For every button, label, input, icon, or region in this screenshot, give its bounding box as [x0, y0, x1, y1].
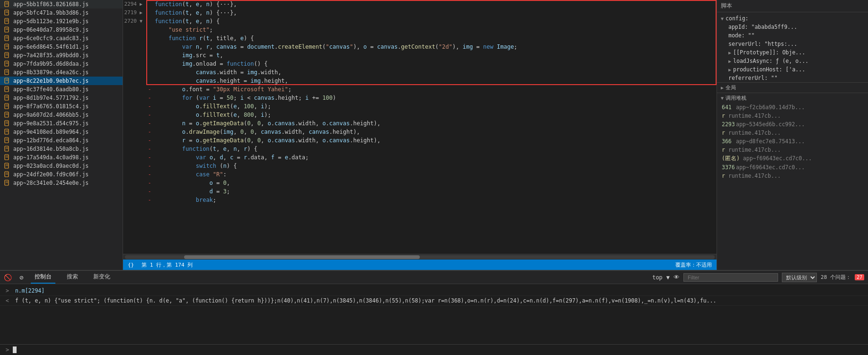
scrollbar-thumb[interactable] [184, 255, 420, 259]
diff-indicator: - [146, 136, 153, 145]
filter-input[interactable] [683, 273, 778, 282]
call-stack-item[interactable]: r runtime.417cb... [717, 172, 868, 180]
file-item[interactable]: app~16d3814e.b50a8cb.js [0, 145, 123, 153]
file-name: app~5bb1f863.8261688.js [13, 1, 89, 8]
file-item[interactable]: app~9e8a2531.d54c975.js [0, 119, 123, 128]
line-number: 2294 [123, 0, 140, 9]
tree-appId[interactable]: appId: "ababda5ff9... [717, 23, 868, 31]
eye-icon[interactable]: 👁 [673, 274, 680, 281]
code-line: - o = 0, [123, 179, 717, 187]
level-select[interactable]: 默认级别 [782, 273, 817, 282]
expand-arrow[interactable]: ▼ [140, 17, 146, 26]
tree-config-root[interactable]: ▼ config: [717, 14, 868, 23]
console-icon-clear[interactable]: 🚫 [4, 274, 12, 281]
tree-prototype[interactable]: ▶ [[Prototype]]: Obje... [717, 48, 868, 57]
diff-indicator: - [146, 102, 153, 111]
right-panel-header: 脚本 [717, 0, 868, 12]
file-item[interactable]: app~7a428f35.a99bdd0.js [0, 51, 123, 60]
call-num: 366 [722, 138, 736, 145]
tree-arrow-config: ▼ [721, 16, 724, 21]
file-name: app~8c22e1b0.9ebb7ec.js [13, 78, 89, 84]
call-file: app~f69643ec.cd7c0... [736, 164, 805, 171]
file-item[interactable]: app~6e6d8645.54f61d1.js [0, 43, 123, 51]
line-code: break; [153, 196, 717, 204]
line-number: 2719 [123, 9, 140, 17]
tree-loadJsAsync-val: loadJsAsync: ƒ (e, o... [733, 58, 808, 64]
tree-productionHost[interactable]: ▶ productionHost: ['a... [717, 65, 868, 74]
bracket-icon: {} [128, 262, 134, 268]
file-name: app~8b33879e.d4ea26c.js [13, 69, 89, 76]
code-line: - o.drawImage(img, 0, 0, canvas.width, c… [123, 128, 717, 136]
file-name: app~9a607d2d.4066bb5.js [13, 112, 89, 118]
tab-search[interactable]: 搜索 [63, 271, 82, 284]
tree-mode[interactable]: mode: "" [717, 31, 868, 40]
line-code: "use strict"; [153, 26, 717, 34]
file-name: app~28c341e0.2454e0e.js [13, 180, 89, 186]
call-num: 641 [722, 104, 736, 111]
tab-console[interactable]: 控制台 [31, 271, 55, 284]
call-stack-item[interactable]: r runtime.417cb... [717, 129, 868, 137]
callstack-label: 调用堆栈 [726, 95, 746, 102]
diff-indicator: - [146, 85, 153, 94]
code-line: img.src = t, [123, 51, 717, 60]
line-code: d = 3; [153, 187, 717, 196]
file-item[interactable]: app~9a607d2d.4066bb5.js [0, 111, 123, 119]
file-item[interactable]: app~6ce0cfc9.caadc83.js [0, 34, 123, 43]
horizontal-scrollbar[interactable] [123, 254, 717, 260]
console-input-line[interactable]: > [0, 344, 868, 355]
line-code: case "R": [153, 170, 717, 179]
file-name: app~9e4108ed.b89e964.js [13, 129, 89, 135]
file-item[interactable]: app~5bb1f863.8261688.js [0, 0, 123, 9]
file-item[interactable]: app~28c341e0.2454e0e.js [0, 179, 123, 187]
line-code: o.drawImage(img, 0, 0, canvas.width, can… [153, 128, 717, 136]
file-item[interactable]: app~9e4108ed.b89e964.js [0, 128, 123, 136]
top-label: top [652, 274, 663, 281]
file-item[interactable]: app~12bd776d.edca864.js [0, 136, 123, 145]
call-file: runtime.417cb... [728, 113, 781, 119]
file-item[interactable]: app~8d1b97e4.5771792.js [0, 94, 123, 102]
code-line: - switch (n) { [123, 162, 717, 170]
expand-arrow[interactable]: ▶ [140, 9, 146, 17]
console-input-prompt: > [6, 346, 9, 353]
file-item[interactable]: app~8c37fe40.6aadb80.js [0, 85, 123, 94]
call-stack-item[interactable]: 3376app~f69643ec.cd7c0... [717, 163, 868, 172]
file-item[interactable]: app~5db1123e.1921e9b.js [0, 17, 123, 26]
file-item[interactable]: app~5bfc471a.9bb3d86.js [0, 9, 123, 17]
top-dropdown-arrow[interactable]: ▼ [666, 274, 670, 281]
file-item[interactable]: app~8b33879e.d4ea26c.js [0, 68, 123, 77]
file-item[interactable]: app~8f7a6765.01815c4.js [0, 102, 123, 111]
console-icon-block[interactable]: ⊘ [19, 274, 23, 281]
file-item[interactable]: app~023a0acd.09aec0d.js [0, 162, 123, 170]
expand-arrow[interactable]: ▶ [140, 0, 146, 9]
tree-serverUrl[interactable]: serverUrl: "https:... [717, 40, 868, 48]
code-line: "use strict"; [123, 26, 717, 34]
tab-changes[interactable]: 新变化 [89, 271, 114, 284]
diff-indicator: - [146, 119, 153, 128]
console-area: 🚫 ⊘ 控制台 搜索 新变化 top ▼ 👁 默认级别 28 个问题： 27 >… [0, 270, 868, 355]
file-name: app~17a549da.4c0ad98.js [13, 154, 89, 161]
call-stack-item[interactable]: r runtime.417cb... [717, 112, 868, 120]
tree-referrerUrl[interactable]: referrerUrl: "" [717, 74, 868, 82]
code-panel: 2294▶function(t, e, n) {···},2719▶functi… [123, 0, 717, 254]
call-stack-item[interactable]: (匿名) app~f69643ec.cd7c0... [717, 154, 868, 163]
call-stack-item[interactable]: 2293app~5345ed6b.cc992... [717, 120, 868, 129]
call-stack-item[interactable]: 366app~d8fec7e8.75413... [717, 137, 868, 146]
console-filter-area: top ▼ 👁 默认级别 28 个问题： 27 [652, 273, 864, 282]
code-line: 2720▼function(t, e, n) { [123, 17, 717, 26]
file-item[interactable]: app~8c22e1b0.9ebb7ec.js [0, 77, 123, 85]
section-global[interactable]: ▶ 全局 [717, 82, 868, 93]
call-stack-item[interactable]: r runtime.417cb... [717, 146, 868, 154]
call-stack-item[interactable]: 641app~f2cb6a90.14d7b... [717, 103, 868, 112]
diff-indicator: - [146, 145, 153, 153]
file-name: app~6e6d8645.54f61d1.js [13, 43, 89, 50]
tree-loadJsAsync[interactable]: ▶ loadJsAsync: ƒ (e, o... [717, 57, 868, 65]
file-name: app~7fda9b95.d6d8daa.js [13, 61, 89, 67]
file-item[interactable]: app~24df2e00.fd9c06f.js [0, 170, 123, 179]
file-item[interactable]: app~06e40da7.89958c9.js [0, 26, 123, 34]
call-name: r [722, 130, 725, 136]
diff-indicator: - [146, 170, 153, 179]
section-callstack[interactable]: ▼ 调用堆栈 [717, 93, 868, 103]
file-item[interactable]: app~17a549da.4c0ad98.js [0, 153, 123, 162]
file-item[interactable]: app~7fda9b95.d6d8daa.js [0, 60, 123, 68]
code-line: - function(t, e, n, r) { [123, 145, 717, 153]
